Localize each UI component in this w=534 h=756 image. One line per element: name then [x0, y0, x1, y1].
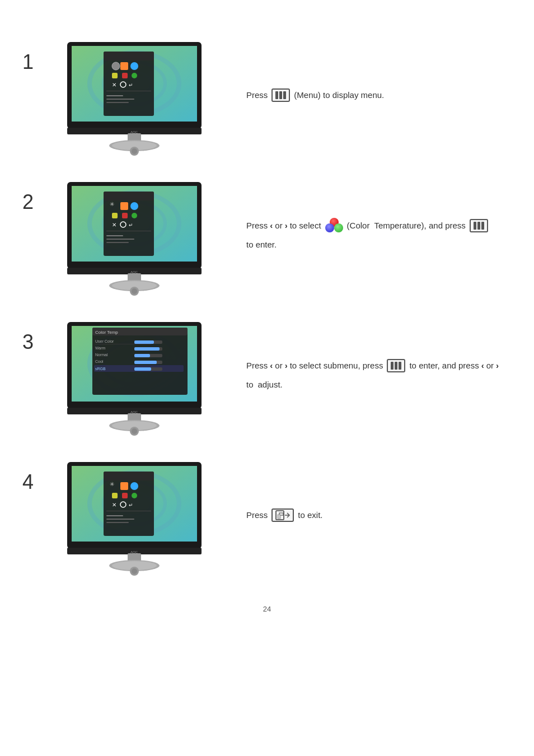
svg-point-36 [130, 202, 138, 210]
chevron-right-3b: › [496, 357, 499, 374]
svg-text:↵: ↵ [129, 222, 133, 228]
blue-ball [325, 223, 334, 232]
step-2-number: 2 [22, 174, 56, 214]
svg-rect-104 [106, 522, 129, 523]
svg-text:Normal: Normal [95, 353, 108, 357]
step-1-monitor: ✕ ↵ AOC [56, 34, 224, 157]
svg-rect-102 [106, 515, 123, 516]
svg-rect-10 [112, 73, 118, 78]
chevron-right-2: › [285, 217, 288, 234]
color-balls-icon [325, 218, 343, 234]
step-1-press: Press [246, 87, 268, 104]
step-4-monitor: ✳ ✕ ↵ AOC [56, 454, 224, 577]
step-3-text: Press ‹ or › to select submenu, press to… [246, 357, 500, 393]
svg-rect-116 [278, 515, 280, 519]
svg-rect-73 [134, 361, 157, 364]
svg-rect-95 [112, 493, 118, 498]
page-number: 24 [22, 605, 512, 613]
svg-point-53 [132, 288, 137, 294]
svg-rect-103 [106, 519, 134, 520]
svg-rect-93 [120, 482, 128, 490]
svg-text:sRGB: sRGB [95, 367, 106, 371]
svg-rect-44 [106, 235, 123, 236]
menu-bar-2 [279, 91, 282, 99]
menu-bar-3 [283, 91, 286, 99]
step-3-press: Press [246, 357, 268, 374]
page: 1 [0, 0, 534, 756]
svg-point-84 [132, 428, 137, 434]
monitor-3-svg: Color Temp User Color Warm Normal Cool s… [62, 319, 218, 437]
step-4-exit: to exit. [298, 507, 322, 524]
svg-text:✳: ✳ [110, 201, 114, 207]
svg-point-12 [132, 73, 137, 78]
svg-rect-38 [122, 213, 128, 218]
step-1-number: 1 [22, 34, 56, 74]
svg-rect-19 [106, 102, 129, 103]
step-4-press: Press [246, 507, 268, 524]
svg-rect-71 [134, 354, 150, 357]
svg-text:Color Temp: Color Temp [95, 330, 118, 335]
svg-point-7 [112, 62, 120, 70]
svg-text:Warm: Warm [95, 346, 106, 350]
chevron-left-3a: ‹ [270, 357, 273, 374]
chevron-right-3a: › [285, 357, 288, 374]
svg-rect-17 [106, 95, 123, 96]
chevron-left-2: ‹ [270, 217, 273, 234]
step-4-instruction: Press to exit. [224, 496, 512, 535]
step-1-text: Press Press (Menu) to display menu. (Men… [246, 87, 500, 104]
exit-icon-svg [275, 510, 291, 521]
menu-button-3 [387, 359, 405, 372]
step-3-adjust: adjust. [258, 376, 283, 393]
exit-button-icon [271, 508, 294, 522]
svg-rect-11 [122, 73, 128, 78]
svg-rect-101 [106, 511, 151, 511]
svg-rect-6 [104, 52, 154, 60]
menu-bar-4 [474, 222, 476, 230]
step-3-or1: or [275, 357, 282, 374]
svg-point-26 [132, 148, 137, 154]
chevron-left-3b: ‹ [481, 357, 484, 374]
step-2-toselect: to select [290, 217, 321, 234]
step-2-press: Press [246, 217, 268, 234]
step-1-instruction: Press Press (Menu) to display menu. (Men… [224, 76, 512, 115]
svg-point-97 [132, 493, 137, 498]
svg-rect-43 [106, 231, 151, 231]
svg-rect-33 [104, 192, 154, 200]
svg-point-39 [132, 213, 137, 218]
step-3-submenu: to select submenu, press [290, 357, 383, 374]
menu-button-1 [271, 88, 290, 102]
step-3-instruction: Press ‹ or › to select submenu, press to… [224, 346, 512, 404]
svg-text:✳: ✳ [110, 481, 114, 487]
step-3-enter: to enter, and press [409, 357, 479, 374]
svg-rect-46 [106, 242, 129, 243]
step-3-row: 3 Color Temp User Color [22, 314, 512, 437]
step-2-row: 2 ✳ [22, 174, 512, 297]
svg-rect-77 [134, 367, 151, 371]
step-3-or2: or [486, 357, 494, 374]
step-3-monitor: Color Temp User Color Warm Normal Cool s… [56, 314, 224, 437]
svg-text:↵: ↵ [129, 502, 133, 508]
step-2-text: Press ‹ or › to select (Color Temperatur… [246, 217, 500, 253]
menu-bar-8 [395, 362, 397, 370]
step-2-enter: to enter. [246, 236, 277, 253]
step-1-menu-desc: (Menu) to display menu. [294, 87, 384, 104]
svg-rect-62 [95, 344, 151, 344]
svg-point-94 [130, 482, 138, 490]
svg-rect-18 [106, 99, 134, 100]
monitor-1-svg: ✕ ↵ AOC [62, 39, 218, 157]
svg-point-111 [132, 568, 137, 574]
menu-button-2 [470, 219, 488, 232]
menu-bar-7 [391, 362, 394, 370]
svg-rect-96 [122, 493, 128, 498]
svg-text:↵: ↵ [129, 82, 133, 88]
step-2-color-label: (Color [347, 217, 370, 234]
green-ball [334, 223, 343, 232]
svg-rect-35 [120, 202, 128, 210]
svg-rect-16 [106, 91, 151, 91]
svg-rect-37 [112, 213, 118, 218]
svg-text:Cool: Cool [95, 360, 104, 363]
svg-point-9 [130, 62, 138, 70]
svg-rect-45 [106, 239, 134, 240]
step-3-to: to [246, 376, 254, 393]
svg-text:User Color: User Color [95, 339, 114, 343]
